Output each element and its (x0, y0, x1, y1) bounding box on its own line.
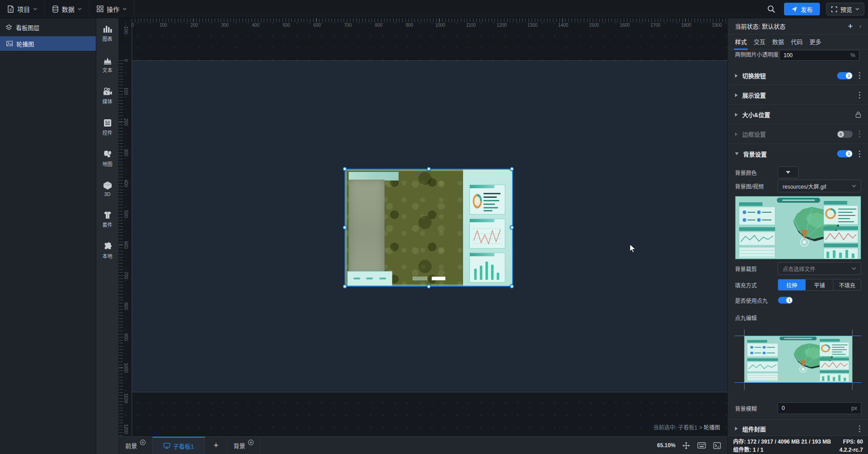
board-tab-label: 子看板1 (173, 442, 194, 450)
circled-plus-icon[interactable] (248, 439, 254, 445)
toggle-button-switch[interactable]: 1 (837, 72, 853, 79)
fill-mode-none[interactable]: 不填充 (833, 279, 861, 290)
board-tabs-bar: 前景 子看板1 + 背景 65.10% (119, 436, 727, 454)
h-ruler-label: 300 (221, 23, 229, 28)
keyboard-icon[interactable] (696, 441, 706, 449)
fill-mode-stretch[interactable]: 拉伸 (778, 279, 806, 290)
resize-handle-nw[interactable] (343, 167, 347, 171)
fill-mode-tile[interactable]: 平铺 (806, 279, 833, 290)
background-color-picker[interactable] (778, 166, 799, 178)
kebab-menu-icon[interactable] (858, 91, 861, 99)
ninepatch-thumbnail (744, 336, 852, 382)
zoom-level[interactable]: 65.10% (657, 442, 676, 449)
ninepatch-editor-label-row: 点九编辑 (728, 311, 868, 324)
h-ruler-label: 700 (344, 23, 352, 28)
lock-icon[interactable] (855, 111, 861, 118)
background-settings-switch[interactable]: 1 (837, 150, 853, 157)
h-ruler-label: 1400 (558, 23, 568, 28)
tab-style[interactable]: 样式 (735, 37, 747, 47)
kit-icon (103, 210, 113, 220)
h-ruler-label: 0 (131, 23, 134, 28)
monitor-icon (163, 443, 170, 449)
section-toggle-button[interactable]: 切换按钮 1 (728, 66, 868, 85)
circled-plus-icon[interactable] (140, 439, 146, 445)
fit-view-icon[interactable] (681, 441, 691, 449)
tab-data[interactable]: 数据 (772, 37, 784, 47)
background-color-row: 背景颜色 (728, 166, 868, 179)
section-size-position[interactable]: 大小&位置 (728, 105, 868, 124)
foreground-tab-label: 前景 (125, 441, 137, 450)
caret-down-icon (786, 171, 790, 174)
h-ruler-label: 900 (405, 23, 413, 28)
resize-handle-w[interactable] (343, 225, 347, 229)
layer-item-carousel[interactable]: 轮播图 (0, 36, 96, 51)
background-tab[interactable]: 背景 (227, 437, 261, 454)
menu-data[interactable]: 数据 (45, 0, 89, 18)
ninepatch-switch[interactable]: 1 (778, 297, 793, 303)
tab-more[interactable]: 更多 (809, 37, 821, 47)
tab-code[interactable]: 代码 (791, 37, 803, 47)
tool-3d[interactable]: 3D (103, 181, 113, 197)
publish-button[interactable]: 发布 (784, 3, 820, 15)
background-image-select[interactable]: resources/大屏.gif (778, 180, 861, 192)
chevron-right-icon[interactable]: › (859, 23, 861, 29)
console-icon[interactable] (712, 441, 722, 449)
layers-panel: 看板图层 轮播图 (0, 18, 96, 454)
carousel-indicator-dots (413, 277, 445, 280)
collapse-arrow-icon (735, 113, 738, 117)
add-state-button[interactable]: + (848, 22, 853, 30)
carousel-component[interactable] (345, 170, 512, 286)
ninepatch-guide-top[interactable] (735, 336, 862, 336)
background-preview-thumbnail (735, 196, 861, 259)
kebab-menu-icon[interactable] (858, 71, 861, 80)
ninepatch-guide-bottom[interactable] (735, 382, 862, 383)
tool-kits[interactable]: 套件 (103, 210, 113, 228)
resize-handle-n[interactable] (427, 167, 431, 171)
search-icon[interactable] (765, 3, 778, 15)
section-border-settings[interactable]: 边框设置 0 (728, 125, 868, 144)
canvas-area[interactable]: 0100200300400500600700800900100011001200… (119, 18, 727, 436)
resize-handle-s[interactable] (427, 284, 431, 288)
resize-handle-sw[interactable] (343, 284, 347, 288)
ninepatch-guide-right[interactable] (852, 329, 853, 390)
foreground-tab[interactable]: 前景 (119, 437, 153, 454)
v-ruler-label: 900 (123, 333, 128, 341)
h-ruler-label: 200 (190, 23, 198, 28)
resize-handle-e[interactable] (510, 225, 514, 229)
kebab-menu-icon[interactable] (858, 425, 861, 433)
menu-actions[interactable]: 操作 (89, 0, 134, 18)
tab-interaction[interactable]: 交互 (754, 37, 765, 47)
tool-map[interactable]: 地图 (103, 150, 113, 167)
performance-status: 内存: 172 / 3917 / 4096 MB 21 / 193 MB FPS… (728, 435, 868, 454)
ninepatch-editor[interactable] (728, 323, 868, 398)
memory-label: 内存: (733, 439, 746, 445)
side-image-opacity-input[interactable]: 100 % (779, 50, 859, 61)
tool-media[interactable]: 媒体 (103, 87, 113, 105)
section-display-settings[interactable]: 展示设置 (728, 86, 868, 105)
tool-text[interactable]: 文本 (103, 56, 113, 73)
add-board-button[interactable]: + (205, 437, 227, 454)
background-blur-input[interactable]: 0 px (778, 402, 861, 414)
puzzle-icon (103, 242, 113, 251)
board-tab-active[interactable]: 子看板1 (153, 437, 205, 454)
resize-handle-se[interactable] (510, 284, 514, 288)
section-background-settings[interactable]: 背景设置 1 (728, 144, 868, 163)
ninepatch-guide-left[interactable] (744, 329, 745, 390)
document-icon (7, 5, 14, 13)
kebab-menu-icon[interactable] (858, 130, 861, 138)
background-crop-select[interactable]: 点击选择文件 (778, 262, 861, 275)
chevron-down-icon (78, 8, 82, 10)
border-settings-switch[interactable]: 0 (837, 131, 853, 138)
tool-charts[interactable]: 图表 (103, 24, 113, 42)
memory-value: 172 / 3917 / 4096 MB 21 / 193 MB (747, 439, 831, 445)
tool-controls[interactable]: 控件 (103, 118, 113, 136)
preview-button[interactable]: 预览 (826, 3, 864, 15)
line-chart-card (469, 219, 505, 249)
resize-handle-ne[interactable] (510, 167, 514, 171)
menu-project[interactable]: 项目 (0, 0, 45, 18)
background-image-row: 背景图/视频 resources/大屏.gif (728, 180, 868, 192)
v-ruler-label: 500 (123, 210, 128, 218)
paper-plane-icon (791, 6, 798, 12)
kebab-menu-icon[interactable] (858, 150, 861, 158)
tool-local[interactable]: 本地 (103, 242, 113, 259)
